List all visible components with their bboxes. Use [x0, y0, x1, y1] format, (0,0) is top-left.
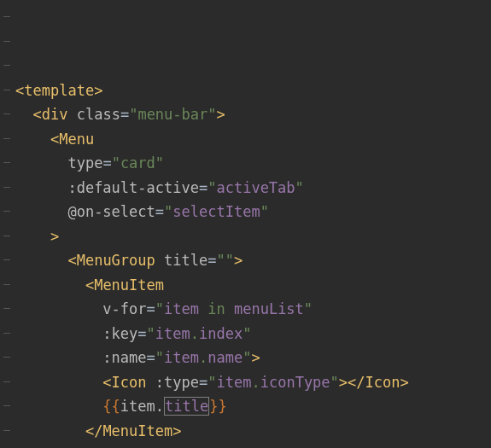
code-line: <div class="menu-bar">	[15, 106, 225, 123]
code-block: <template> <div class="menu-bar"> <Menu …	[0, 79, 491, 449]
code-line: @on-select="selectItem"	[15, 203, 269, 220]
code-line: <MenuItem	[15, 276, 164, 294]
code-line: >	[15, 228, 59, 245]
code-line: </MenuItem>	[15, 422, 182, 439]
code-line: type="card"	[15, 154, 164, 172]
code-line: <Icon :type="item.iconType"></Icon>	[15, 374, 409, 391]
code-line: :name="item.name">	[15, 349, 260, 366]
code-line: <template>	[15, 82, 102, 99]
code-line: v-for="item in menuList"	[15, 300, 313, 317]
code-line: {{item.title}}	[15, 397, 227, 416]
cursor-selection: title	[164, 397, 209, 416]
code-editor[interactable]: <template> <div class="menu-bar"> <Menu …	[0, 0, 491, 448]
code-line: <Menu	[15, 131, 94, 148]
code-line: :key="item.index"	[15, 325, 251, 342]
code-line: :default-active="activeTab"	[15, 179, 304, 196]
code-line: <MenuGroup title="">	[15, 252, 243, 269]
